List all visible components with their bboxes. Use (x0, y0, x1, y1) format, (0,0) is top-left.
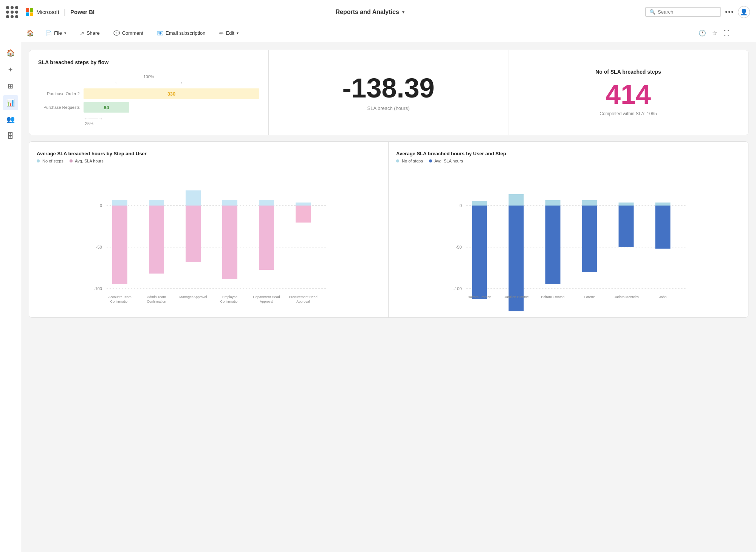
email-button[interactable]: 📧 Email subscription (155, 29, 208, 38)
topbar-right: 🔍 👤 (645, 6, 750, 18)
chart1-bar3-steps (186, 190, 201, 206)
chart1-bar5-avg (259, 206, 274, 270)
home-icon[interactable]: 🏠 (26, 29, 34, 37)
chart2-bar5-steps (619, 203, 634, 206)
chart1-legend-avg: Avg. SLA hours (70, 159, 104, 163)
svg-text:Bairam Frootan: Bairam Frootan (468, 295, 491, 299)
flow-top-arrow: ←————————————→ (38, 80, 259, 85)
flow-row1-label: Purchase Order 2 (38, 91, 80, 96)
svg-text:-50: -50 (456, 245, 462, 249)
sidebar: 🏠 + ⊞ 📊 👥 🗄 (0, 42, 21, 552)
svg-text:Bairam Frootan: Bairam Frootan (541, 295, 564, 299)
search-box[interactable]: 🔍 (645, 7, 721, 17)
ms-logo: Microsoft | Power BI (26, 8, 94, 16)
share-label: Share (87, 30, 100, 36)
chart1-bar4-steps (222, 200, 237, 206)
flow-25-area: ←——→ 25% (84, 116, 259, 126)
flow-row2-bar: 84 (84, 102, 259, 113)
sla-count-title: No of SLA breached steps (595, 69, 661, 75)
chart1-bar-area: 0 -50 -100 (37, 168, 381, 311)
sidebar-users-icon[interactable]: 👥 (3, 112, 18, 127)
chevron-down-icon[interactable]: ▾ (402, 9, 404, 15)
edit-chevron-icon: ▾ (237, 31, 239, 35)
topbar-center: Reports and Analytics ▾ (99, 9, 641, 15)
flow-bar-green: 84 (84, 102, 129, 113)
flow-row-1: Purchase Order 2 330 (38, 88, 259, 99)
svg-text:Confirmation: Confirmation (147, 300, 166, 303)
email-label: Email subscription (166, 30, 206, 36)
top-row-panels: SLA breached steps by flow 100% ←———————… (29, 50, 748, 135)
chart2-bar1-steps (472, 201, 487, 206)
svg-text:Carolien Bloeme: Carolien Bloeme (503, 295, 529, 299)
flow-100-label: 100% (38, 74, 259, 79)
svg-text:Manager Approval: Manager Approval (179, 295, 207, 299)
legend2-avg-sla-dot (429, 159, 432, 162)
search-input[interactable] (658, 9, 711, 15)
toolbar2: 🏠 📄 File ▾ ↗ Share 💬 Comment 📧 Email sub… (0, 24, 756, 42)
star-icon[interactable]: ☆ (712, 29, 717, 37)
svg-text:Department Head: Department Head (253, 295, 280, 299)
file-button[interactable]: 📄 File ▾ (43, 29, 68, 38)
sidebar-grid-icon[interactable]: ⊞ (3, 79, 18, 94)
chart2-bar6-steps (655, 203, 671, 206)
svg-text:Approval: Approval (296, 300, 310, 303)
fullscreen-icon[interactable]: ⛶ (723, 30, 730, 37)
sidebar-data-icon[interactable]: 🗄 (3, 128, 18, 144)
flow-row-2: Purchase Requests 84 (38, 102, 259, 113)
chart1-bar1-steps (112, 200, 127, 206)
powerbi-label: Power BI (70, 9, 94, 15)
y-label-0: 0 (100, 203, 102, 208)
chart2-bar-area: 0 -50 -100 (396, 168, 741, 311)
sla-breach-value: -138.39 (342, 74, 434, 102)
sla-count-number: 414 (606, 81, 651, 108)
bottom-row-panels: Average SLA breached hours by Step and U… (29, 141, 748, 318)
sidebar-add-icon[interactable]: + (3, 62, 18, 77)
chart1-bar2-avg (149, 206, 164, 274)
svg-text:Confirmation: Confirmation (110, 300, 129, 303)
sla-breach-label: SLA breach (hours) (367, 105, 409, 111)
edit-icon: ✏ (219, 30, 224, 36)
more-options-button[interactable] (725, 11, 733, 13)
y-label-100: -100 (94, 286, 102, 291)
chart2-bar6-avg (655, 206, 671, 249)
share-icon: ↗ (80, 30, 84, 36)
sla-breach-hours-panel: -138.39 SLA breach (hours) (269, 50, 508, 135)
flow-25-label: 25% (85, 121, 259, 126)
chart1-title: Average SLA breached hours by Step and U… (37, 151, 381, 156)
chart1-bar6-avg (296, 206, 311, 223)
svg-text:Lorenz: Lorenz (584, 295, 595, 299)
edit-button[interactable]: ✏ Edit ▾ (217, 29, 241, 38)
chart2-legend-steps: No of steps (396, 159, 423, 163)
y-label-50: -50 (96, 245, 102, 249)
main-layout: 🏠 + ⊞ 📊 👥 🗄 SLA breached steps by flow 1… (0, 42, 756, 552)
sla-flow-title: SLA breached steps by flow (38, 59, 259, 65)
sidebar-report-icon[interactable]: 📊 (3, 95, 18, 110)
chart1-bar1-avg (112, 206, 127, 284)
chart2-legend: No of steps Avg. SLA hours (396, 159, 741, 163)
file-label: File (54, 30, 62, 36)
ms-separator: | (64, 8, 66, 16)
chart2-panel: Average SLA breached hours by User and S… (389, 142, 748, 317)
flow-bar-orange: 330 (84, 88, 259, 99)
ms-brand-label: Microsoft (36, 9, 59, 15)
flow-bar1-value: 330 (167, 91, 176, 97)
svg-text:Carlota Monteiro: Carlota Monteiro (613, 295, 639, 299)
svg-text:Admin Team: Admin Team (147, 295, 166, 299)
svg-text:Employee: Employee (222, 295, 237, 299)
app-launcher-icon[interactable] (6, 6, 18, 18)
history-icon[interactable]: 🕐 (699, 29, 706, 37)
sla-count-panel: No of SLA breached steps 414 Completed w… (508, 50, 748, 135)
user-account-icon[interactable]: 👤 (738, 6, 750, 18)
file-icon: 📄 (45, 30, 52, 36)
chart2-svg: 0 -50 -100 (396, 168, 741, 311)
comment-button[interactable]: 💬 Comment (111, 29, 146, 38)
dashboard-grid: SLA breached steps by flow 100% ←———————… (29, 50, 748, 318)
svg-text:Procurement Head: Procurement Head (289, 295, 318, 299)
email-icon: 📧 (157, 30, 163, 36)
chart1-bar6-steps (296, 203, 311, 206)
share-button[interactable]: ↗ Share (77, 29, 102, 38)
topbar: Microsoft | Power BI Reports and Analyti… (0, 0, 756, 24)
legend2-no-steps-dot (396, 159, 399, 162)
sidebar-home-icon[interactable]: 🏠 (3, 45, 18, 60)
chart1-bar4-avg (222, 206, 237, 279)
